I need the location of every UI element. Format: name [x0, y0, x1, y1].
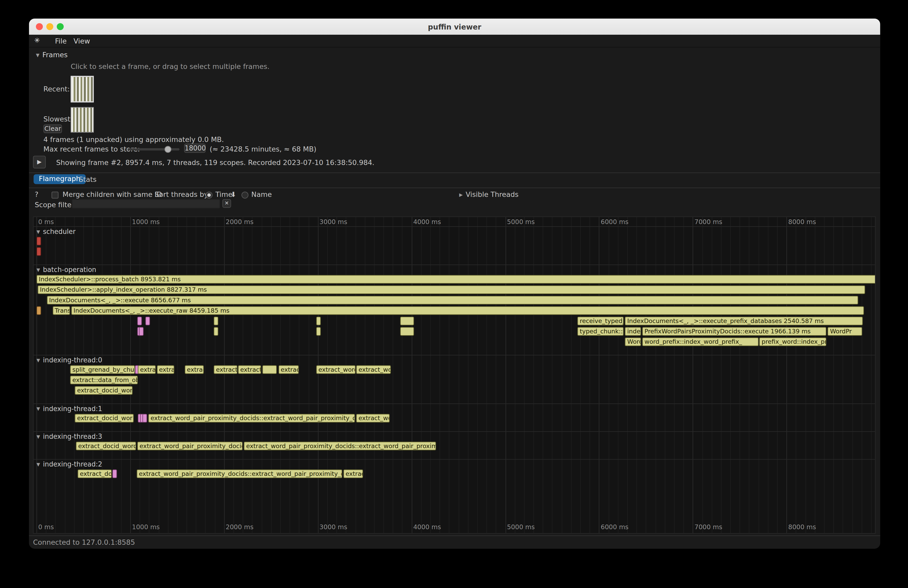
scope-bar[interactable]: extract_docid_word [76, 442, 136, 450]
scope-bar[interactable]: extract [278, 365, 299, 374]
scope-bar[interactable] [316, 316, 321, 325]
scope-bar[interactable]: extra [157, 365, 175, 374]
theme-toggle-icon[interactable]: ✳ [34, 37, 40, 45]
thread-section-indexing-thread:0: ▼indexing-thread:0split_grenad_by_chunex… [34, 355, 875, 403]
axis-tick: 8000 ms [788, 218, 816, 226]
scope-bar[interactable]: extract_doc [77, 469, 112, 478]
scope-bar[interactable]: typed_chunk::w [577, 327, 624, 336]
tab-flamegraph[interactable]: Flamegraph [34, 174, 86, 184]
sort-time-label[interactable]: Time [215, 190, 232, 198]
scope-filter-input[interactable] [72, 199, 220, 209]
scope-bar[interactable]: extract_word_pair_proximity_docids::extr… [137, 469, 342, 478]
scope-bar[interactable] [400, 316, 414, 325]
scope-bar[interactable]: PrefixWordPairsProximityDocids::execute … [642, 327, 826, 336]
menu-file[interactable]: File [55, 37, 67, 45]
scope-bar[interactable]: Word [625, 337, 641, 346]
collapse-triangle-icon: ▼ [37, 434, 40, 439]
scope-bar[interactable]: extract_docid_wor [75, 414, 134, 423]
slowest-frame-thumbnail[interactable] [71, 107, 94, 132]
clear-filter-button[interactable]: ✕ [222, 199, 231, 208]
scope-bar[interactable]: extrac [185, 365, 204, 374]
scope-bar[interactable]: extract_word [316, 365, 356, 374]
scope-bar[interactable] [145, 316, 150, 325]
scope-bar[interactable]: IndexDocuments<_, _>::execute_raw 8459.1… [71, 306, 864, 315]
scope-bar[interactable] [214, 327, 219, 336]
thread-header[interactable]: ▼indexing-thread:0 [34, 355, 875, 365]
scope-bar[interactable]: prefix_word::index_prefix_wo [759, 337, 826, 346]
scope-bar[interactable] [142, 414, 147, 423]
scope-bar[interactable]: IndexScheduler>::process_batch 8953.821 … [37, 275, 876, 284]
scope-bar[interactable]: extract_docid_wor [75, 386, 132, 395]
scope-bar[interactable]: WordPr [828, 327, 862, 336]
screen: puffin viewer ✳ File View ▼Frames Click … [0, 0, 908, 588]
scope-bar[interactable]: extract_ [214, 365, 237, 374]
tab-stats[interactable]: Stats [79, 175, 97, 183]
scope-bar[interactable] [138, 327, 143, 336]
max-frames-value[interactable]: 18000 [184, 143, 206, 153]
app-window: puffin viewer ✳ File View ▼Frames Click … [29, 19, 880, 549]
axis-tick: 6000 ms [601, 218, 628, 226]
help-button[interactable]: ? [35, 190, 39, 198]
visible-threads-toggle[interactable]: ▶Visible Threads [459, 190, 518, 198]
scope-bar[interactable] [400, 327, 414, 336]
scope-bar[interactable] [37, 306, 41, 315]
thread-header[interactable]: ▼scheduler [34, 227, 875, 236]
axis-tick: 0 ms [38, 523, 54, 531]
thread-name: indexing-thread:1 [43, 405, 102, 413]
scope-bar[interactable]: extract_word_pair_proximity_docids::extr… [148, 414, 355, 423]
scope-bar[interactable]: index [625, 327, 641, 336]
scope-bar[interactable]: IndexScheduler>::apply_index_operation 8… [37, 286, 865, 294]
max-frames-slider[interactable] [127, 148, 180, 151]
sort-time-radio[interactable] [206, 192, 213, 199]
menu-view[interactable]: View [74, 37, 90, 45]
axis-tick: 4000 ms [413, 218, 441, 226]
scope-bar[interactable]: extract [138, 365, 156, 374]
sort-name-radio[interactable] [241, 192, 248, 199]
scope-bar[interactable] [214, 316, 219, 325]
merge-children-label[interactable]: Merge children with same ID [63, 190, 162, 198]
scope-bar[interactable]: Trans [52, 306, 70, 315]
frames-hint: Click to select a frame, or drag to sele… [71, 63, 269, 71]
thread-header[interactable]: ▼indexing-thread:3 [34, 432, 875, 441]
scope-bar[interactable]: extract_word_pair_proximity_docids::extr… [244, 442, 436, 450]
scope-bar[interactable]: extract::data_from_ob [70, 376, 138, 384]
flamegraph-canvas[interactable]: 0 ms1000 ms2000 ms3000 ms4000 ms5000 ms6… [33, 217, 875, 534]
scope-bar[interactable] [137, 316, 142, 325]
scope-bar[interactable]: extrac [343, 469, 363, 478]
frames-section-header[interactable]: ▼Frames [36, 51, 68, 59]
scope-bar[interactable]: receive_typed_ [577, 316, 624, 325]
thread-header[interactable]: ▼indexing-thread:1 [34, 404, 875, 413]
merge-children-checkbox[interactable] [52, 192, 59, 199]
scope-bar[interactable]: extract_wo [356, 365, 391, 374]
sort-name-label[interactable]: Name [251, 190, 272, 198]
sort-direction-arrow-icon: ⬇ [230, 190, 236, 198]
scope-bar[interactable]: IndexDocuments<_, _>::execute 8656.677 m… [47, 296, 858, 305]
axis-top: 0 ms1000 ms2000 ms3000 ms4000 ms5000 ms6… [34, 218, 875, 226]
scope-bar[interactable] [112, 469, 117, 478]
window-title: puffin viewer [29, 22, 880, 31]
scope-bar[interactable]: extract_wo [356, 414, 390, 423]
scope-bar[interactable]: split_grenad_by_chun [70, 365, 135, 374]
play-button[interactable]: ▶ [33, 156, 46, 169]
collapsed-triangle-icon: ▶ [459, 192, 463, 198]
max-frames-slider-knob[interactable] [164, 146, 172, 153]
frame-status-text: Showing frame #2, 8957.4 ms, 7 threads, … [56, 159, 374, 167]
thread-header[interactable]: ▼batch-operation [34, 265, 875, 274]
frames-info: 4 frames (1 unpacked) using approximatel… [43, 135, 224, 143]
scope-bar[interactable] [37, 237, 41, 246]
visible-threads-label: Visible Threads [466, 190, 518, 198]
separator [29, 535, 880, 536]
scope-bar[interactable]: extract_ [238, 365, 261, 374]
scope-bar[interactable] [316, 327, 321, 336]
axis-tick: 5000 ms [507, 523, 534, 531]
recent-frame-thumbnail[interactable] [71, 76, 94, 103]
scope-bar[interactable] [37, 247, 41, 256]
collapse-triangle-icon: ▼ [37, 229, 40, 235]
thread-header[interactable]: ▼indexing-thread:2 [34, 459, 875, 469]
scope-bar[interactable]: IndexDocuments<_, _>::execute_prefix_dat… [625, 316, 863, 325]
scope-bar[interactable]: word_prefix::index_word_prefix_ [642, 337, 758, 346]
scope-bar[interactable] [262, 365, 277, 374]
scope-bar[interactable]: extract_word_pair_proximity_docids [137, 442, 243, 450]
clear-button[interactable]: Clear [43, 124, 62, 133]
thread-section-scheduler: ▼scheduler [34, 227, 875, 265]
